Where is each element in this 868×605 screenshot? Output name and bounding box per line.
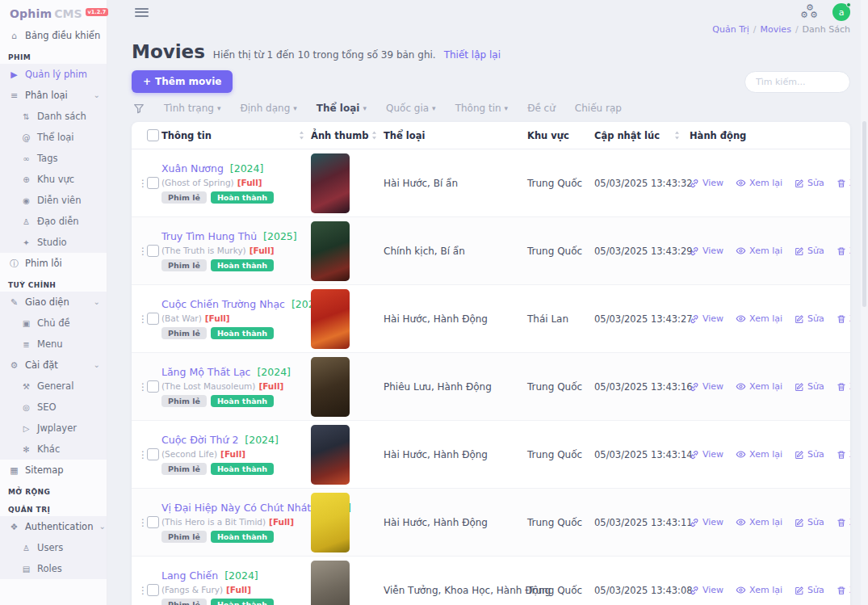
filter-the-loai[interactable]: Thể loại ▾ — [317, 103, 367, 114]
row-checkbox[interactable] — [147, 584, 159, 596]
header-thong-tin[interactable]: Thông tin — [161, 130, 311, 141]
edit-action[interactable]: Sửa — [795, 178, 824, 188]
review-action[interactable]: Xem lại — [736, 313, 782, 324]
sidebar-item-tags[interactable]: ∞ Tags — [0, 148, 107, 169]
page-scrollbar[interactable] — [861, 0, 868, 605]
sidebar-item-quan-ly-phim[interactable]: ▶ Quản lý phim — [0, 64, 107, 85]
sidebar-item-cai-dat[interactable]: ⚙ Cài đặt ⌄ — [0, 355, 107, 376]
movie-poster[interactable] — [311, 425, 350, 485]
filter-de-cu[interactable]: Đề cử — [527, 103, 556, 114]
sidebar-item-phan-loai[interactable]: ≡ Phân loại ⌄ — [0, 85, 107, 106]
filter-dinh-dang[interactable]: Định dạng ▾ — [240, 103, 296, 114]
row-checkbox[interactable] — [147, 448, 159, 460]
sidebar-item-users[interactable]: ♙ Users — [0, 537, 107, 558]
filter-tinh-trang[interactable]: Tình trạng ▾ — [164, 103, 220, 114]
reset-link[interactable]: Thiết lập lại — [444, 49, 501, 61]
row-checkbox[interactable] — [147, 313, 159, 325]
row-checkbox[interactable] — [147, 245, 159, 257]
review-action[interactable]: Xem lại — [736, 449, 782, 460]
edit-action[interactable]: Sửa — [795, 585, 824, 595]
select-all-checkbox[interactable] — [147, 129, 159, 141]
movie-poster[interactable] — [311, 493, 350, 552]
add-movie-button[interactable]: + Thêm movie — [132, 70, 233, 93]
view-action[interactable]: View — [690, 449, 723, 460]
sidebar-item-chu-de[interactable]: ▣ Chủ đề — [0, 313, 107, 334]
drag-handle-icon[interactable]: ⋮ — [138, 449, 148, 460]
sort-icon[interactable] — [299, 131, 304, 140]
filter-thong-tin[interactable]: Thông tin ▾ — [455, 103, 509, 114]
row-checkbox[interactable] — [147, 516, 159, 528]
drag-handle-icon[interactable]: ⋮ — [138, 517, 148, 528]
sidebar-item-dashboard[interactable]: ⌂ Bảng điều khiển — [0, 25, 107, 46]
edit-action[interactable]: Sửa — [795, 313, 824, 324]
user-avatar[interactable]: a — [832, 3, 850, 21]
view-action[interactable]: View — [690, 246, 723, 256]
delete-action[interactable]: Xoá — [837, 449, 850, 460]
movie-title[interactable]: Truy Tìm Hung Thủ — [161, 230, 257, 242]
sidebar-item-roles[interactable]: ▤ Roles — [0, 558, 107, 579]
edit-action[interactable]: Sửa — [795, 381, 824, 392]
app-logo[interactable]: OphimCMS v1.2.7 — [0, 0, 107, 25]
sidebar-item-seo[interactable]: ◎ SEO — [0, 397, 107, 418]
sidebar-item-khu-vuc[interactable]: ⊕ Khu vực — [0, 169, 107, 190]
drag-handle-icon[interactable]: ⋮ — [138, 381, 148, 393]
sidebar-item-giao-dien[interactable]: ✎ Giao diện ⌄ — [0, 292, 107, 313]
settings-gears-icon[interactable]: ⚙ ⚙ ⚙ — [800, 4, 820, 20]
movie-title[interactable]: Lang Chiến — [161, 569, 218, 582]
sort-icon[interactable] — [371, 131, 377, 140]
filter-quoc-gia[interactable]: Quốc gia ▾ — [386, 103, 436, 114]
delete-action[interactable]: Xoá — [837, 178, 850, 188]
review-action[interactable]: Xem lại — [736, 585, 782, 595]
movie-poster[interactable] — [311, 153, 350, 213]
sidebar-item-the-loai[interactable]: @ Thể loại — [0, 127, 107, 148]
drag-handle-icon[interactable]: ⋮ — [138, 178, 148, 189]
movie-title[interactable]: Xuân Nương — [161, 162, 224, 174]
filter-chieu-rap[interactable]: Chiếu rạp — [575, 103, 622, 114]
breadcrumb-quan-tri[interactable]: Quản Trị — [712, 24, 749, 35]
movie-title[interactable]: Lăng Mộ Thất Lạc — [161, 366, 250, 378]
row-checkbox[interactable] — [147, 380, 159, 393]
movie-title[interactable]: Cuộc Chiến Trường Nhạc — [161, 298, 285, 310]
sort-icon[interactable] — [674, 131, 680, 140]
sidebar-item-general[interactable]: ⚒ General — [0, 376, 107, 397]
delete-action[interactable]: Xoá — [837, 313, 850, 324]
drag-handle-icon[interactable]: ⋮ — [138, 585, 148, 596]
sidebar-item-danh-sach[interactable]: ⇅ Danh sách — [0, 106, 107, 127]
edit-action[interactable]: Sửa — [795, 517, 824, 527]
scrollbar-thumb[interactable] — [862, 121, 866, 307]
delete-action[interactable]: Xoá — [837, 381, 850, 392]
delete-action[interactable]: Xoá — [837, 585, 850, 595]
sidebar-item-menu[interactable]: ≣ Menu — [0, 334, 107, 355]
sidebar-item-jwplayer[interactable]: ▷ Jwplayer — [0, 418, 107, 439]
view-action[interactable]: View — [690, 178, 723, 188]
header-cap-nhat-luc[interactable]: Cập nhật lúc — [594, 130, 686, 141]
sidebar-item-phim-loi[interactable]: ⓘ Phim lỗi — [0, 253, 107, 274]
search-input[interactable] — [744, 71, 850, 93]
sidebar-item-khac[interactable]: ✻ Khác — [0, 439, 107, 460]
breadcrumb-movies[interactable]: Movies — [761, 24, 791, 35]
sidebar-item-studio[interactable]: ✦ Studio — [0, 232, 107, 253]
edit-action[interactable]: Sửa — [795, 449, 824, 460]
view-action[interactable]: View — [690, 381, 723, 392]
review-action[interactable]: Xem lại — [736, 517, 782, 527]
sidebar-item-authentication[interactable]: ❖ Authentication ⌄ — [0, 516, 107, 537]
delete-action[interactable]: Xoá — [837, 246, 850, 256]
delete-action[interactable]: Xoá — [837, 517, 850, 527]
view-action[interactable]: View — [690, 313, 723, 324]
sidebar-item-dao-dien[interactable]: ♙ Đạo diễn — [0, 211, 107, 232]
movie-title[interactable]: Cuộc Đời Thứ 2 — [161, 434, 238, 446]
drag-handle-icon[interactable]: ⋮ — [138, 246, 148, 257]
movie-poster[interactable] — [311, 289, 350, 349]
review-action[interactable]: Xem lại — [736, 178, 782, 188]
review-action[interactable]: Xem lại — [736, 246, 782, 256]
movie-poster[interactable] — [311, 357, 350, 417]
movie-title[interactable]: Vị Đại Hiệp Này Có Chút Nhát — [161, 502, 311, 514]
movie-poster[interactable] — [311, 221, 350, 281]
movie-poster[interactable] — [311, 561, 350, 605]
header-anh-thumb[interactable]: Ảnh thumb — [311, 130, 384, 141]
hamburger-menu-icon[interactable] — [135, 6, 149, 19]
view-action[interactable]: View — [690, 585, 723, 595]
sidebar-item-dien-vien[interactable]: ◉ Diễn viên — [0, 190, 107, 211]
edit-action[interactable]: Sửa — [795, 246, 824, 256]
row-checkbox[interactable] — [147, 177, 159, 189]
